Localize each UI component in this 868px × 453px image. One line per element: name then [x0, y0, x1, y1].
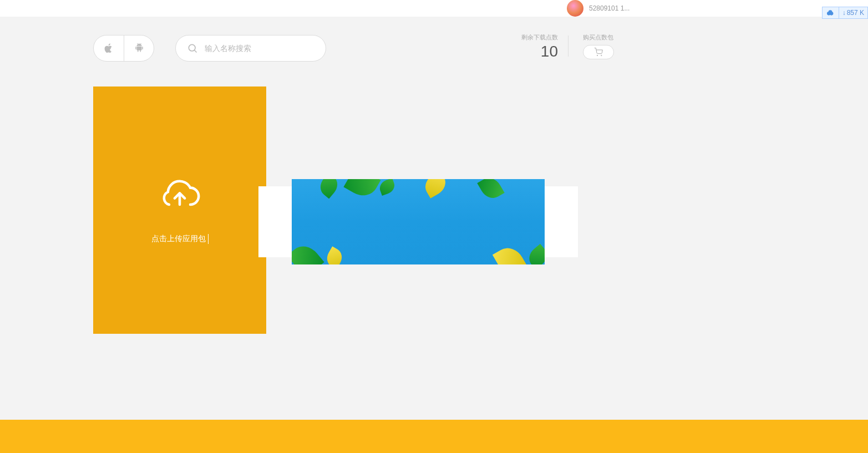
svg-point-6: [601, 55, 602, 55]
search-input[interactable]: [205, 44, 314, 53]
search-icon: [187, 43, 198, 54]
svg-point-5: [597, 55, 597, 55]
upload-label: 点击上传应用包: [151, 234, 206, 244]
cloud-upload-icon: [159, 176, 201, 212]
buy-label: 购买点数包: [583, 33, 614, 42]
arrow-down-icon: ↓: [842, 9, 846, 17]
apple-button[interactable]: [94, 35, 124, 61]
download-widget[interactable]: ↓857 K: [822, 7, 868, 19]
svg-line-4: [195, 50, 197, 53]
android-button[interactable]: [124, 35, 154, 61]
cloud-icon: [823, 7, 839, 18]
banner-card[interactable]: [258, 186, 578, 257]
widget-value: 857 K: [847, 9, 864, 17]
buy-points: 购买点数包: [568, 33, 614, 59]
cursor-icon: [208, 234, 209, 244]
cart-icon: [594, 48, 603, 57]
upload-card[interactable]: 点击上传应用包: [93, 86, 266, 334]
remaining-value: 10: [521, 43, 558, 60]
search-wrap[interactable]: [175, 35, 326, 62]
apple-icon: [104, 43, 114, 54]
user-block[interactable]: 52809101 1...: [567, 0, 630, 17]
avatar: [567, 0, 583, 17]
stats-block: 剩余下载点数 10 购买点数包: [521, 33, 614, 60]
upload-text: 点击上传应用包: [151, 234, 209, 244]
cart-button[interactable]: [583, 45, 614, 59]
svg-point-2: [829, 10, 833, 14]
platform-toggle: [93, 35, 154, 62]
banner-image: [292, 179, 545, 264]
remaining-points: 剩余下载点数 10: [521, 33, 568, 60]
remaining-label: 剩余下载点数: [521, 33, 558, 42]
main-area: 剩余下载点数 10 购买点数包 点击上传应用包: [0, 17, 868, 420]
footer-bar: [0, 420, 868, 453]
top-header: 52809101 1... ↓857 K: [0, 0, 868, 17]
toolbar: 剩余下载点数 10 购买点数包: [0, 33, 868, 63]
username: 52809101 1...: [589, 4, 630, 12]
widget-text: ↓857 K: [839, 7, 867, 18]
svg-point-3: [189, 44, 195, 51]
android-icon: [134, 43, 144, 54]
